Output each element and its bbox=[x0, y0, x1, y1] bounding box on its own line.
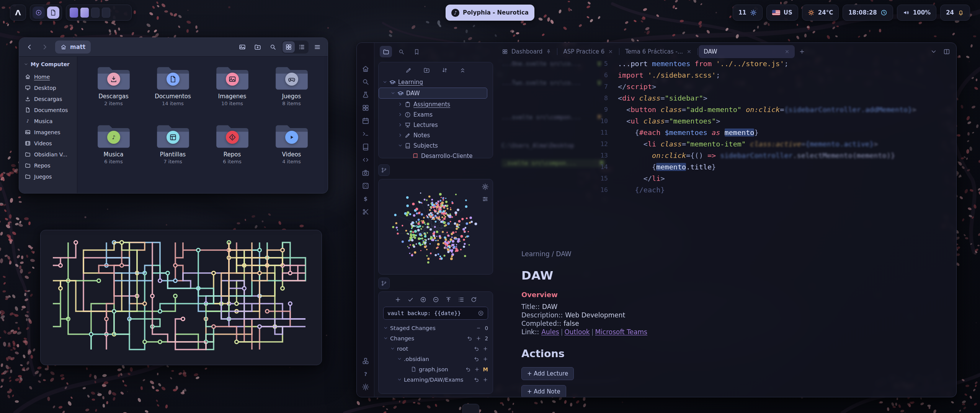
workspace-tile-1[interactable] bbox=[70, 8, 78, 18]
git-undo-icon[interactable] bbox=[466, 367, 471, 372]
graph-view-panel[interactable] bbox=[378, 179, 493, 275]
tree-item-desarrollo-cliente[interactable]: Desarrollo-Cliente bbox=[379, 151, 493, 158]
git-minus-icon[interactable] bbox=[476, 325, 481, 331]
media-pill[interactable]: ♪ Polyphia - Neurotica bbox=[446, 5, 534, 21]
menu-button[interactable] bbox=[311, 41, 324, 54]
ribbon-daily-note-icon[interactable] bbox=[362, 117, 369, 125]
git-undo-icon[interactable] bbox=[474, 356, 479, 362]
git-push-icon[interactable] bbox=[445, 296, 452, 303]
git-plus-icon[interactable] bbox=[474, 367, 480, 372]
git-plus-icon[interactable] bbox=[483, 346, 488, 351]
panel-tab-files[interactable] bbox=[380, 46, 392, 57]
split-editor-icon[interactable] bbox=[943, 48, 950, 55]
ribbon-random-note-icon[interactable] bbox=[362, 182, 369, 190]
sidebar-item-desktop[interactable]: Desktop bbox=[21, 82, 75, 93]
tree-item-notes[interactable]: Notes bbox=[379, 130, 493, 140]
ribbon-code-icon[interactable] bbox=[362, 156, 369, 164]
status-volume[interactable]: 100% bbox=[897, 5, 936, 21]
note-link-microsoft-teams[interactable]: Microsoft Teams bbox=[595, 328, 647, 336]
workspace-tile-3[interactable] bbox=[91, 8, 100, 18]
ribbon-search-icon[interactable] bbox=[362, 78, 369, 86]
note-link-aules[interactable]: Aules bbox=[541, 328, 559, 336]
sidebar-section-title[interactable]: My Computer bbox=[21, 60, 75, 71]
notes-button[interactable] bbox=[47, 7, 59, 19]
git-plus-icon[interactable] bbox=[483, 356, 488, 362]
status-keyboard-layout[interactable]: US bbox=[766, 5, 798, 21]
tree-item-learning[interactable]: Learning bbox=[379, 77, 493, 87]
sidebar-item-juegos[interactable]: Juegos bbox=[21, 171, 75, 182]
git-refresh-icon[interactable] bbox=[470, 296, 477, 303]
tab-list-icon[interactable] bbox=[930, 48, 937, 55]
tab-daw[interactable]: DAW bbox=[699, 45, 795, 58]
git-plus-icon[interactable] bbox=[476, 336, 481, 341]
commit-message-input[interactable]: vault backup: {{date}} bbox=[383, 307, 488, 320]
tree-item-daw[interactable]: DAW bbox=[379, 88, 487, 99]
list-view-button[interactable] bbox=[296, 41, 308, 53]
launcher-menu-button[interactable] bbox=[33, 7, 45, 19]
git-change-layout-icon[interactable] bbox=[458, 296, 464, 303]
tab-dashboard[interactable]: Dashboard bbox=[497, 45, 556, 58]
git-row-graph-json[interactable]: graph.jsonM bbox=[379, 364, 493, 374]
sidebar-item-obsidian-v[interactable]: Obsidian V... bbox=[21, 149, 75, 160]
ribbon-vault-switcher-icon[interactable] bbox=[362, 357, 369, 365]
git-undo-icon[interactable] bbox=[474, 377, 479, 382]
clear-message-icon[interactable] bbox=[478, 310, 484, 316]
new-folder-button[interactable] bbox=[251, 41, 264, 54]
status-notifications[interactable]: 24 bbox=[940, 5, 970, 21]
sidebar-item-home[interactable]: Home bbox=[21, 71, 75, 82]
git-undo-icon[interactable] bbox=[467, 336, 472, 341]
git-panel-icon[interactable] bbox=[378, 278, 390, 289]
git-plus-icon[interactable] bbox=[483, 377, 488, 382]
note-editor[interactable]: ...One.svelte src\co...U...Two.svelte sr… bbox=[497, 60, 956, 397]
ribbon-help-icon[interactable]: ? bbox=[362, 370, 369, 378]
workspaces-pill[interactable] bbox=[66, 5, 132, 21]
tree-item-subjects[interactable]: Subjects bbox=[379, 140, 493, 151]
folder-documentos[interactable]: Documentos14 items bbox=[144, 62, 202, 120]
back-button[interactable] bbox=[23, 41, 36, 54]
sidebar-item-documentos[interactable]: Documentos bbox=[21, 104, 75, 115]
add-note-button[interactable]: + Add Note bbox=[521, 385, 566, 397]
note-link-outlook[interactable]: Outlook bbox=[564, 328, 590, 336]
tab-tema-6-pr-cticas[interactable]: Tema 6 Prácticas -... bbox=[620, 45, 697, 58]
tab-asp-practice-6[interactable]: ASP Practice 6 bbox=[558, 45, 618, 58]
ribbon-terminal-icon[interactable] bbox=[362, 130, 369, 138]
tree-item-assignments[interactable]: Assignments bbox=[379, 99, 493, 109]
ribbon-canvas-icon[interactable] bbox=[362, 104, 369, 112]
close-tab-icon[interactable] bbox=[784, 49, 790, 54]
folder-imagenes[interactable]: Imagenes10 items bbox=[203, 62, 261, 120]
ribbon-flask-icon[interactable] bbox=[362, 91, 369, 99]
search-button[interactable] bbox=[266, 41, 279, 54]
new-note-icon[interactable] bbox=[405, 67, 412, 73]
folder-plantillas[interactable]: Plantillas7 items bbox=[144, 120, 202, 178]
add-lecture-button[interactable]: + Add Lecture bbox=[521, 367, 574, 380]
sidebar-item-descargas[interactable]: Descargas bbox=[21, 93, 75, 104]
git-row-changes[interactable]: Changes2 bbox=[379, 333, 493, 343]
folder-juegos[interactable]: Juegos8 items bbox=[262, 62, 321, 120]
collapse-all-icon[interactable] bbox=[459, 67, 466, 73]
git-unstage-all-icon[interactable] bbox=[433, 296, 439, 303]
launcher-button[interactable]: Λ bbox=[10, 5, 26, 21]
git-row-learning-daw-exams[interactable]: Learning/DAW/Exams bbox=[379, 374, 493, 385]
ribbon-snippets-icon[interactable] bbox=[362, 208, 369, 216]
graph-panel-icon[interactable] bbox=[378, 164, 390, 176]
folder-videos[interactable]: Videos4 items bbox=[262, 120, 321, 178]
preview-toggle-button[interactable] bbox=[236, 41, 249, 54]
new-tab-button[interactable] bbox=[796, 46, 808, 57]
git-commit-icon[interactable] bbox=[407, 296, 414, 303]
grid-view-button[interactable] bbox=[283, 41, 295, 53]
tree-item-exams[interactable]: Exams bbox=[379, 109, 493, 120]
new-folder-icon[interactable] bbox=[423, 67, 430, 73]
folder-descargas[interactable]: Descargas2 items bbox=[84, 62, 143, 120]
folder-musica[interactable]: ♪Musica6 items bbox=[84, 120, 143, 178]
dock-handle[interactable] bbox=[462, 404, 479, 413]
panel-tab-search[interactable] bbox=[395, 46, 407, 57]
ribbon-book-icon[interactable] bbox=[362, 143, 369, 151]
git-undo-icon[interactable] bbox=[474, 346, 479, 351]
sidebar-item-repos[interactable]: Repos bbox=[21, 160, 75, 171]
status-clock[interactable]: 18:08:28 bbox=[843, 5, 893, 21]
git-row-root[interactable]: root bbox=[379, 343, 493, 354]
close-tab-icon[interactable] bbox=[686, 49, 692, 54]
ribbon-camera-icon[interactable] bbox=[362, 169, 369, 177]
git-row-staged-changes[interactable]: Staged Changes0 bbox=[379, 323, 493, 333]
close-tab-icon[interactable] bbox=[608, 49, 613, 54]
